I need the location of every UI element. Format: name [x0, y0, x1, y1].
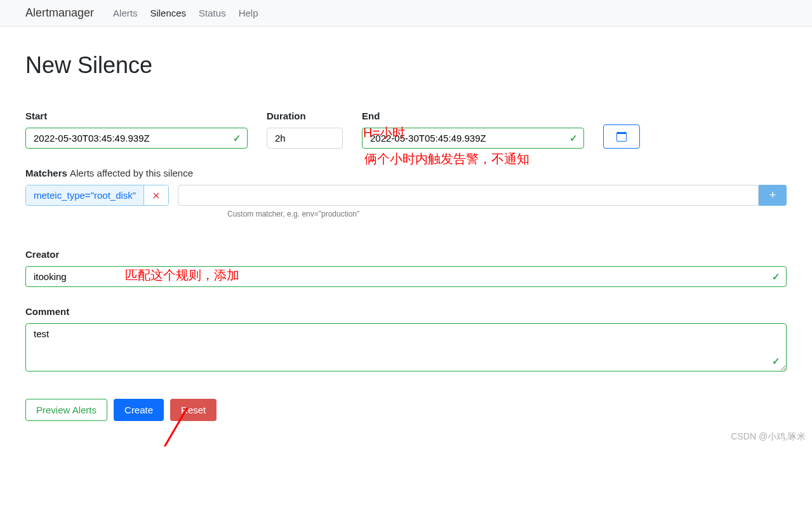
annotation-text: 俩个小时内触发告警，不通知: [364, 151, 529, 168]
matcher-hint: Custom matcher, e.g. env="production": [227, 210, 787, 218]
plus-icon: +: [769, 189, 776, 202]
nav-silences[interactable]: Silences: [150, 8, 186, 18]
preview-alerts-button[interactable]: Preview Alerts: [25, 399, 107, 421]
comment-textarea[interactable]: [25, 323, 787, 371]
navbar: Alertmanager Alerts Silences Status Help: [0, 0, 812, 27]
nav-alerts[interactable]: Alerts: [113, 8, 137, 18]
calendar-icon: [616, 131, 627, 142]
nav-status[interactable]: Status: [199, 8, 226, 18]
duration-input[interactable]: [267, 128, 343, 149]
comment-label: Comment: [25, 306, 787, 317]
close-icon: [153, 192, 159, 199]
calendar-button[interactable]: [603, 124, 640, 149]
start-input[interactable]: [25, 128, 248, 149]
matcher-pill: meteic_type="root_disk": [25, 185, 169, 206]
reset-button[interactable]: Reset: [170, 399, 216, 421]
end-label: End: [362, 110, 584, 121]
duration-label: Duration: [267, 110, 343, 121]
creator-label: Creator: [25, 249, 787, 260]
nav-help[interactable]: Help: [239, 8, 258, 18]
matcher-remove-button[interactable]: [143, 185, 168, 205]
start-label: Start: [25, 110, 248, 121]
creator-input[interactable]: [25, 266, 787, 287]
end-input[interactable]: [362, 128, 584, 149]
brand: Alertmanager: [25, 6, 94, 20]
matchers-sublabel: Alerts affected by this silence: [70, 168, 193, 178]
page-title: New Silence: [25, 52, 787, 79]
matcher-input[interactable]: [178, 185, 759, 206]
create-button[interactable]: Create: [114, 399, 164, 421]
matcher-text: meteic_type="root_disk": [26, 185, 143, 205]
watermark: CSDN @小鸡,啄米: [731, 431, 806, 443]
matcher-add-button[interactable]: +: [759, 185, 787, 206]
matchers-label: Matchers Alerts affected by this silence: [25, 168, 787, 178]
